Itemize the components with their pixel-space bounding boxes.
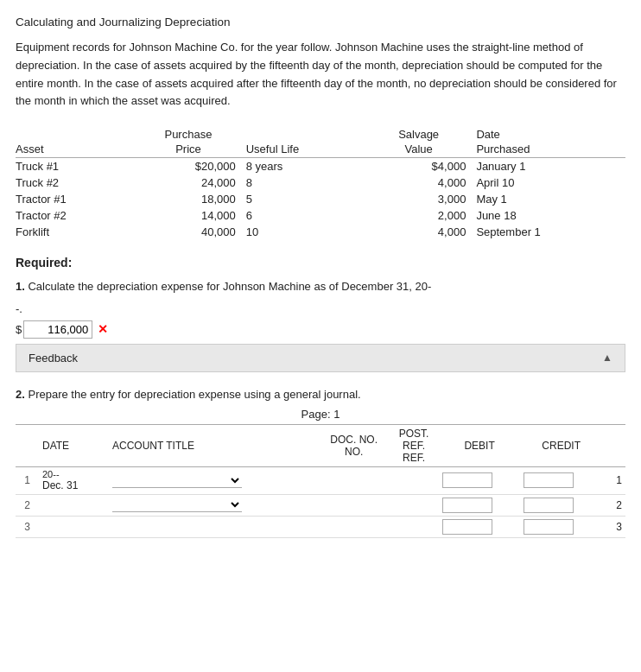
- col-doc-header: DOC. NO. NO.: [319, 424, 389, 466]
- post-ref-cell: [389, 494, 439, 516]
- equipment-row: Tractor #2 14,000 6 2,000 June 18: [16, 207, 625, 224]
- row-num-right: 1: [602, 466, 625, 494]
- row-num-right: 3: [602, 516, 625, 537]
- date-purchased: September 1: [476, 224, 625, 240]
- col-debit-header: DEBIT: [439, 424, 521, 466]
- question2-num: 2.: [16, 388, 25, 401]
- col-account-header: ACCOUNT TITLE: [109, 424, 319, 466]
- doc-no-input-1[interactable]: [322, 498, 348, 511]
- date-purchased: January 1: [476, 158, 625, 175]
- credit-cell: [520, 466, 602, 494]
- col-header-asset: Asset: [16, 141, 137, 158]
- salvage-value: 4,000: [368, 174, 477, 191]
- col-date-header: DATE: [39, 424, 109, 466]
- credit-input-2[interactable]: [524, 519, 574, 535]
- question2-text: Prepare the entry for depreciation expen…: [28, 388, 360, 401]
- salvage-value: 2,000: [368, 207, 477, 224]
- question2-container: 2. Prepare the entry for depreciation ex…: [16, 388, 625, 401]
- col-header-price: Price: [137, 141, 246, 158]
- col-header-date: Purchased: [476, 141, 625, 158]
- date-purchased: June 18: [476, 207, 625, 224]
- answer-row: $ ✕: [16, 320, 625, 339]
- journal-row: 2 2: [16, 494, 625, 516]
- journal-row: 3 3: [16, 516, 625, 537]
- asset-name: Tractor #1: [16, 191, 137, 207]
- post-ref-input-0[interactable]: [392, 474, 418, 487]
- asset-name: Forklift: [16, 224, 137, 240]
- post-ref-cell: [389, 516, 439, 537]
- debit-cell: [439, 466, 521, 494]
- doc-no-cell: [319, 494, 389, 516]
- credit-input-0[interactable]: [524, 472, 574, 488]
- feedback-box[interactable]: Feedback ▲: [16, 344, 625, 372]
- credit-cell: [520, 494, 602, 516]
- asset-name: Truck #2: [16, 174, 137, 191]
- purchase-price: 14,000: [137, 207, 246, 224]
- salvage-value: 4,000: [368, 224, 477, 240]
- feedback-arrow-icon: ▲: [602, 352, 612, 364]
- col-rownum-right: [602, 424, 625, 466]
- date-purchased: May 1: [476, 191, 625, 207]
- purchase-price: 24,000: [137, 174, 246, 191]
- post-ref-label2: REF.: [392, 452, 435, 464]
- journal-date-cell: 20--Dec. 31: [39, 466, 109, 494]
- purchase-group-header: Purchase: [137, 126, 246, 141]
- doc-no-cell: [319, 466, 389, 494]
- useful-life: 6: [246, 207, 368, 224]
- equipment-row: Truck #1 $20,000 8 years $4,000 January …: [16, 158, 625, 175]
- row-num-left: 2: [16, 494, 39, 516]
- post-ref-input-1[interactable]: [392, 498, 418, 511]
- purchase-price: 18,000: [137, 191, 246, 207]
- journal-table: DATE ACCOUNT TITLE DOC. NO. NO. POST. RE…: [16, 424, 625, 538]
- debit-cell: [439, 516, 521, 537]
- doc-no-input-0[interactable]: [322, 474, 348, 487]
- asset-name: Tractor #2: [16, 207, 137, 224]
- asset-name: Truck #1: [16, 158, 137, 175]
- row-num-left: 3: [16, 516, 39, 537]
- row-num-right: 2: [602, 494, 625, 516]
- incorrect-mark: ✕: [98, 322, 108, 336]
- doc-no-cell: [319, 516, 389, 537]
- credit-input-1[interactable]: [524, 498, 574, 513]
- salvage-value: 3,000: [368, 191, 477, 207]
- debit-input-0[interactable]: [442, 472, 492, 488]
- post-ref-input-2[interactable]: [392, 520, 418, 533]
- dollar-sign: $: [16, 323, 22, 336]
- salvage-group-header: Salvage: [368, 126, 477, 141]
- useful-life: 8: [246, 174, 368, 191]
- purchase-price: $20,000: [137, 158, 246, 175]
- post-ref-cell: [389, 466, 439, 494]
- equipment-row: Truck #2 24,000 8 4,000 April 10: [16, 174, 625, 191]
- row-num-left: 1: [16, 466, 39, 494]
- journal-date-cell-empty: [39, 494, 109, 516]
- useful-life: 10: [246, 224, 368, 240]
- col-credit-header: CREDIT: [520, 424, 602, 466]
- account-cell: [109, 494, 319, 516]
- feedback-label: Feedback: [29, 352, 78, 365]
- credit-cell: [520, 516, 602, 537]
- col-rownum-left: [16, 424, 39, 466]
- debit-cell: [439, 494, 521, 516]
- date-purchased: April 10: [476, 174, 625, 191]
- debit-input-1[interactable]: [442, 498, 492, 513]
- doc-no-input-2[interactable]: [322, 520, 348, 533]
- doc-no-label2: NO.: [322, 446, 385, 458]
- equipment-table: Purchase Salvage Date Asset Price Useful…: [16, 126, 625, 240]
- debit-input-2[interactable]: [442, 519, 492, 535]
- account-select-0[interactable]: [112, 473, 242, 488]
- date-group-header: Date: [476, 126, 625, 141]
- useful-life: 5: [246, 191, 368, 207]
- question1-text: 1. Calculate the depreciation expense fo…: [16, 278, 625, 295]
- col-header-salvage: Value: [368, 141, 477, 158]
- account-cell: [109, 466, 319, 494]
- useful-life: 8 years: [246, 158, 368, 175]
- page-title: Calculating and Journalizing Depreciatio…: [16, 16, 625, 29]
- journal-row: 1 20--Dec. 31 1: [16, 466, 625, 494]
- equipment-row: Forklift 40,000 10 4,000 September 1: [16, 224, 625, 240]
- answer-input[interactable]: [23, 320, 92, 339]
- col-post-header: POST. REF. REF.: [389, 424, 439, 466]
- account-select-1[interactable]: [112, 498, 242, 512]
- question1-dash: -.: [16, 302, 625, 315]
- journal-page-label: Page: 1: [16, 408, 625, 421]
- description-text: Equipment records for Johnson Machine Co…: [16, 39, 625, 111]
